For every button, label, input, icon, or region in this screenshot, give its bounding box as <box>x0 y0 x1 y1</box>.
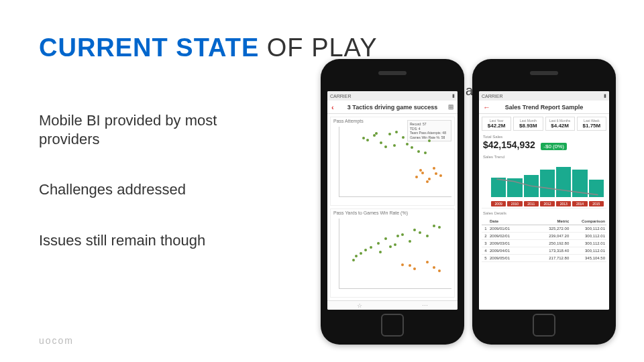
year-2014: 2014 <box>572 201 587 206</box>
status-bar: CARRIER ▮ <box>479 91 609 101</box>
year-2011: 2011 <box>524 201 539 206</box>
app-title: Sales Trend Report Sample <box>505 104 584 111</box>
bullet-1: Mobile BI provided by most providers <box>39 111 280 148</box>
slide: CURRENT STATE OF PLAY at a a Mobile BI p… <box>0 0 644 362</box>
phone-1-screen: CARRIER ▮ ‹ 3 Tactics driving game succe… <box>327 91 458 310</box>
table-row: 22009/02/01239,047.20300,112.01 <box>482 233 606 240</box>
bullet-2: Challenges addressed <box>39 180 280 199</box>
year-labels: 2009 2010 2011 2012 2013 2014 2015 <box>491 201 604 206</box>
axis-y <box>339 219 339 289</box>
table-rows: 12009/01/01325,272.00300,112.0122009/02/… <box>482 225 606 262</box>
year-2013: 2013 <box>556 201 571 206</box>
total-sales: Total Sales $42,154,932 -$0 (0%) <box>482 133 606 152</box>
axis-y <box>339 127 339 197</box>
scatter-2-dots <box>340 219 450 288</box>
year-2012: 2012 <box>540 201 555 206</box>
bullet-3: Issues still remain though <box>39 231 280 250</box>
phone-2: CARRIER ▮ ← Sales Trend Report Sample La… <box>472 59 616 345</box>
trend-chart: 2009 2010 2011 2012 2013 2014 2015 <box>482 162 606 208</box>
total-label: Total Sales <box>483 135 605 139</box>
table-row: 32009/03/01250,192.80300,112.01 <box>482 240 606 247</box>
total-value: $42,154,932 <box>483 139 535 150</box>
scatter-chart-1: Pass Attempts Record: 57 TDS: 4 Team Pas… <box>330 117 455 206</box>
app-bar: ‹ 3 Tactics driving game success ⊞ <box>327 101 458 114</box>
year-2010: 2010 <box>507 201 522 206</box>
back-icon[interactable]: ‹ <box>331 103 334 111</box>
phone-mockups: CARRIER ▮ ‹ 3 Tactics driving game succe… <box>321 59 616 345</box>
scatter-1-dots <box>340 127 450 196</box>
bullet-list: Mobile BI provided by most providers Cha… <box>39 111 280 282</box>
carrier-label: CARRIER <box>330 94 352 99</box>
title-light: OF PLAY <box>259 34 377 62</box>
app-bar: ← Sales Trend Report Sample <box>479 101 609 114</box>
kpi-1-value: $42.2M <box>484 123 509 129</box>
year-2009: 2009 <box>491 201 506 206</box>
kpi-3: Last 6 Months $4.42M <box>545 117 575 131</box>
carrier-label: CARRIER <box>482 94 503 99</box>
battery-icon: ▮ <box>452 93 455 99</box>
screen-body: Pass Attempts Record: 57 TDS: 4 Team Pas… <box>327 114 458 300</box>
delta-badge: -$0 (0%) <box>541 143 567 150</box>
table-row: 12009/01/01325,272.00300,112.01 <box>482 225 606 233</box>
axis-x <box>339 288 451 289</box>
kpi-row: Last Year $42.2M Last Month $8.93M Last … <box>482 117 606 131</box>
scatter-chart-2: Pass Yards to Games Win Rate (%) <box>330 208 455 298</box>
back-icon[interactable]: ← <box>483 103 490 111</box>
table-row: 52009/05/01217,712.80345,104.50 <box>482 255 606 262</box>
axis-x <box>339 196 451 197</box>
bottom-bar: ☆ ⋯ <box>327 300 458 310</box>
page-title: CURRENT STATE OF PLAY <box>39 34 378 62</box>
logo: uocom <box>39 335 74 346</box>
th-idx <box>482 219 490 223</box>
sales-table: Date Metric Comparison 12009/01/01325,27… <box>482 218 606 307</box>
status-bar: CARRIER ▮ <box>327 91 458 101</box>
kpi-4-value: $1.75M <box>579 123 604 129</box>
kpi-2: Last Month $8.93M <box>513 117 543 131</box>
kpi-1: Last Year $42.2M <box>482 117 511 131</box>
title-bold: CURRENT STATE <box>39 34 259 62</box>
battery-icon: ▮ <box>604 93 606 99</box>
kpi-3-value: $4.42M <box>547 123 573 129</box>
year-2015: 2015 <box>589 201 604 206</box>
phone-1: CARRIER ▮ ‹ 3 Tactics driving game succe… <box>321 59 464 345</box>
grid-icon[interactable]: ⊞ <box>448 103 453 111</box>
table-row: 42009/04/01173,318.40300,112.01 <box>482 247 606 255</box>
kpi-4: Last Week $1.75M <box>577 117 606 131</box>
star-icon[interactable]: ☆ <box>357 302 362 309</box>
chart-2-title: Pass Yards to Games Win Rate (%) <box>331 209 454 217</box>
trend-label: Sales Trend <box>482 155 606 159</box>
dots-icon[interactable]: ⋯ <box>422 302 428 309</box>
app-title: 3 Tactics driving game success <box>347 104 437 111</box>
kpi-2-value: $8.93M <box>515 123 541 129</box>
phone-2-screen: CARRIER ▮ ← Sales Trend Report Sample La… <box>479 91 609 310</box>
trend-line <box>491 166 604 222</box>
screen-body: Last Year $42.2M Last Month $8.93M Last … <box>479 114 609 310</box>
